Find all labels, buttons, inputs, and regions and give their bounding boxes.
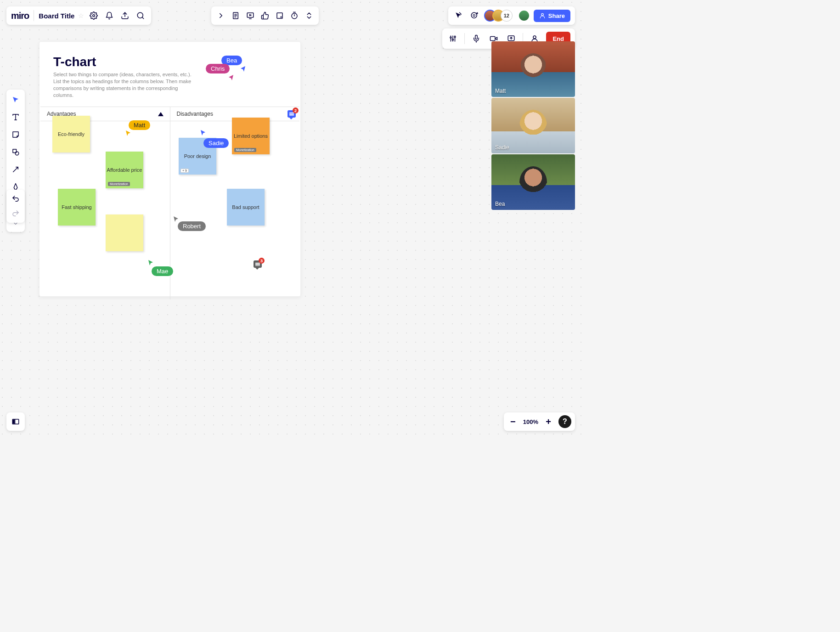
export-icon[interactable] bbox=[119, 10, 131, 22]
bell-icon[interactable] bbox=[103, 10, 115, 22]
redo-button[interactable] bbox=[9, 207, 22, 220]
svg-point-17 bbox=[473, 14, 474, 15]
sticky-plus-count: + 9 bbox=[180, 169, 189, 173]
sticky-bad-support[interactable]: Bad support bbox=[227, 189, 265, 226]
svg-point-21 bbox=[541, 13, 544, 16]
participant-count[interactable]: 12 bbox=[501, 10, 513, 22]
cursor-arrow-icon bbox=[228, 74, 234, 80]
svg-point-25 bbox=[450, 37, 451, 38]
svg-point-18 bbox=[474, 14, 475, 15]
header-left-panel: miro Board Title ☆ bbox=[6, 6, 151, 25]
undo-button[interactable] bbox=[9, 192, 22, 205]
video-thumbnail-bea[interactable]: Bea bbox=[491, 154, 575, 210]
zoom-level[interactable]: 100% bbox=[523, 418, 538, 425]
note-icon[interactable] bbox=[230, 10, 242, 22]
reactions-icon[interactable] bbox=[468, 10, 480, 22]
header-right-panel: 12 Share bbox=[448, 6, 575, 25]
text-tool[interactable] bbox=[9, 111, 22, 124]
cursor-label-robert: Robert bbox=[178, 221, 206, 231]
select-tool[interactable] bbox=[9, 93, 22, 106]
arrow-tool[interactable] bbox=[9, 163, 22, 176]
svg-point-12 bbox=[281, 17, 282, 18]
comment-count-badge: 3 bbox=[259, 258, 265, 264]
sticky-tool[interactable] bbox=[9, 128, 22, 141]
svg-line-3 bbox=[142, 17, 144, 18]
cursor-label-sadie: Sadie bbox=[203, 138, 229, 148]
video-thumbnail-matt[interactable]: Matt bbox=[491, 41, 575, 97]
undo-redo-panel bbox=[6, 190, 25, 223]
sticky-affordable[interactable]: Affordable priceMonetization bbox=[106, 152, 143, 188]
video-thumbnail-sadie[interactable]: Sadie bbox=[491, 98, 575, 153]
tchart-description[interactable]: Select two things to compare (ideas, cha… bbox=[39, 71, 209, 107]
participant-avatars[interactable]: 12 bbox=[484, 10, 513, 22]
help-button[interactable]: ? bbox=[558, 415, 571, 428]
frame-tool-icon[interactable] bbox=[274, 10, 286, 22]
svg-point-37 bbox=[15, 152, 19, 155]
svg-marker-9 bbox=[250, 15, 252, 16]
star-icon[interactable]: ☆ bbox=[78, 12, 84, 19]
sticky-limited-options[interactable]: Limited optionsMonetization bbox=[232, 118, 270, 154]
present-icon[interactable] bbox=[244, 10, 256, 22]
share-button[interactable]: Share bbox=[534, 10, 570, 22]
comment-count-badge: 2 bbox=[293, 107, 299, 113]
shape-tool[interactable] bbox=[9, 146, 22, 158]
board-canvas[interactable]: T-chart Select two things to compare (id… bbox=[39, 41, 301, 297]
sticky-tag: Monetization bbox=[108, 182, 130, 186]
search-icon[interactable] bbox=[135, 10, 147, 22]
svg-point-33 bbox=[533, 36, 536, 39]
cursor-arrow-icon bbox=[173, 215, 179, 222]
collapse-panel-button[interactable] bbox=[6, 412, 25, 431]
sticky-tag: Monetization bbox=[234, 148, 256, 152]
mic-icon[interactable] bbox=[470, 33, 482, 45]
settings-icon[interactable] bbox=[88, 10, 100, 22]
header-center-panel bbox=[211, 6, 319, 25]
svg-point-26 bbox=[452, 39, 454, 40]
svg-rect-30 bbox=[490, 37, 496, 41]
cursor-label-matt: Matt bbox=[129, 120, 150, 130]
svg-line-38 bbox=[13, 167, 18, 172]
sticky-eco-friendly[interactable]: Eco-friendly bbox=[52, 116, 90, 152]
thumbs-up-icon[interactable] bbox=[259, 10, 271, 22]
column-head-label: Disadvantages bbox=[177, 111, 213, 117]
comment-bubble-gray-icon[interactable]: 3 bbox=[254, 260, 262, 268]
more-icon[interactable] bbox=[303, 10, 315, 22]
zoom-in-button[interactable]: + bbox=[543, 416, 554, 427]
cursor-arrow-icon bbox=[240, 65, 246, 72]
svg-rect-11 bbox=[277, 13, 282, 18]
video-participants-column: Matt Sadie Bea bbox=[491, 41, 575, 210]
cursor-arrow-icon bbox=[125, 130, 131, 136]
sliders-icon[interactable] bbox=[447, 33, 459, 45]
timer-icon[interactable] bbox=[288, 10, 300, 22]
cursor-arrow-icon bbox=[200, 129, 206, 135]
zoom-panel: − 100% + ? bbox=[504, 412, 575, 431]
sticky-fast-shipping[interactable]: Fast shipping bbox=[58, 189, 96, 226]
triangle-up-icon bbox=[158, 112, 163, 116]
cursor-mode-icon[interactable] bbox=[453, 10, 465, 22]
cursor-label-mae: Mae bbox=[152, 266, 173, 276]
zoom-out-button[interactable]: − bbox=[507, 416, 519, 427]
share-label: Share bbox=[548, 12, 565, 19]
sticky-empty[interactable] bbox=[106, 214, 143, 251]
divider bbox=[464, 33, 465, 44]
board-title[interactable]: Board Title bbox=[39, 12, 74, 20]
chevron-right-icon[interactable] bbox=[215, 10, 227, 22]
comment-bubble-icon[interactable]: 2 bbox=[288, 110, 296, 118]
svg-rect-45 bbox=[13, 420, 15, 424]
miro-logo[interactable]: miro bbox=[11, 11, 29, 21]
cursor-arrow-icon bbox=[147, 259, 154, 265]
divider bbox=[34, 10, 34, 21]
svg-point-0 bbox=[93, 15, 95, 17]
cursor-label-chris: Chris bbox=[206, 64, 230, 73]
tchart-title[interactable]: T-chart bbox=[39, 42, 300, 71]
svg-point-16 bbox=[471, 12, 477, 18]
avatar-self[interactable] bbox=[518, 10, 530, 22]
svg-rect-28 bbox=[475, 35, 478, 40]
svg-point-27 bbox=[454, 36, 456, 38]
